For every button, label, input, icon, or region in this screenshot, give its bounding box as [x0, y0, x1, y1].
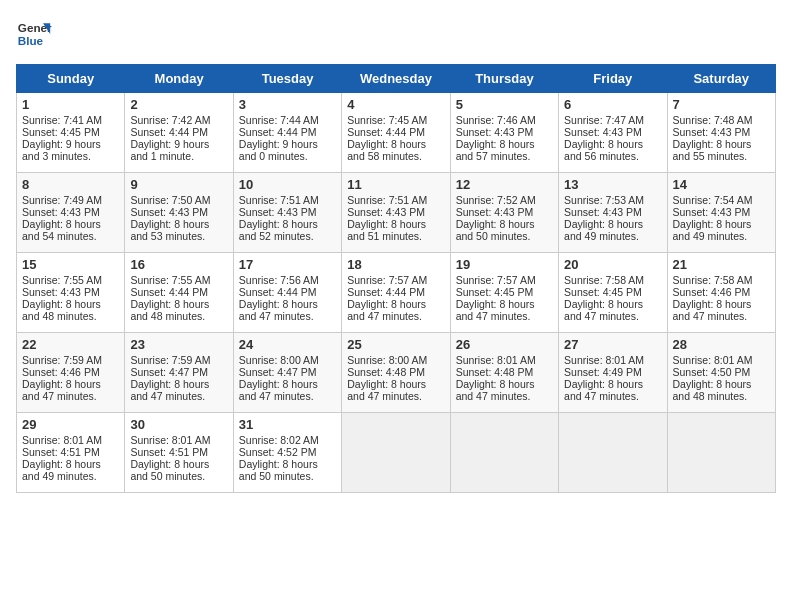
day-number: 30	[130, 417, 227, 432]
day-number: 24	[239, 337, 336, 352]
calendar-day-cell: 10Sunrise: 7:51 AMSunset: 4:43 PMDayligh…	[233, 173, 341, 253]
day-header-friday: Friday	[559, 65, 667, 93]
calendar-day-cell: 14Sunrise: 7:54 AMSunset: 4:43 PMDayligh…	[667, 173, 775, 253]
calendar-day-cell: 18Sunrise: 7:57 AMSunset: 4:44 PMDayligh…	[342, 253, 450, 333]
calendar-day-cell	[559, 413, 667, 493]
day-number: 12	[456, 177, 553, 192]
day-number: 7	[673, 97, 770, 112]
day-number: 17	[239, 257, 336, 272]
calendar-day-cell: 3Sunrise: 7:44 AMSunset: 4:44 PMDaylight…	[233, 93, 341, 173]
day-number: 31	[239, 417, 336, 432]
day-number: 10	[239, 177, 336, 192]
day-number: 16	[130, 257, 227, 272]
calendar-day-cell: 5Sunrise: 7:46 AMSunset: 4:43 PMDaylight…	[450, 93, 558, 173]
calendar-day-cell: 6Sunrise: 7:47 AMSunset: 4:43 PMDaylight…	[559, 93, 667, 173]
day-number: 21	[673, 257, 770, 272]
calendar-week-row: 15Sunrise: 7:55 AMSunset: 4:43 PMDayligh…	[17, 253, 776, 333]
day-number: 27	[564, 337, 661, 352]
calendar-header-row: SundayMondayTuesdayWednesdayThursdayFrid…	[17, 65, 776, 93]
day-header-saturday: Saturday	[667, 65, 775, 93]
day-header-sunday: Sunday	[17, 65, 125, 93]
calendar-day-cell: 7Sunrise: 7:48 AMSunset: 4:43 PMDaylight…	[667, 93, 775, 173]
day-number: 3	[239, 97, 336, 112]
calendar-day-cell: 25Sunrise: 8:00 AMSunset: 4:48 PMDayligh…	[342, 333, 450, 413]
calendar-day-cell: 28Sunrise: 8:01 AMSunset: 4:50 PMDayligh…	[667, 333, 775, 413]
day-number: 13	[564, 177, 661, 192]
calendar-day-cell: 26Sunrise: 8:01 AMSunset: 4:48 PMDayligh…	[450, 333, 558, 413]
day-number: 9	[130, 177, 227, 192]
day-number: 4	[347, 97, 444, 112]
calendar-day-cell: 12Sunrise: 7:52 AMSunset: 4:43 PMDayligh…	[450, 173, 558, 253]
calendar-week-row: 22Sunrise: 7:59 AMSunset: 4:46 PMDayligh…	[17, 333, 776, 413]
calendar-day-cell: 19Sunrise: 7:57 AMSunset: 4:45 PMDayligh…	[450, 253, 558, 333]
day-number: 11	[347, 177, 444, 192]
calendar-week-row: 29Sunrise: 8:01 AMSunset: 4:51 PMDayligh…	[17, 413, 776, 493]
day-header-wednesday: Wednesday	[342, 65, 450, 93]
calendar-day-cell: 22Sunrise: 7:59 AMSunset: 4:46 PMDayligh…	[17, 333, 125, 413]
svg-text:Blue: Blue	[18, 34, 44, 47]
day-number: 20	[564, 257, 661, 272]
calendar-table: SundayMondayTuesdayWednesdayThursdayFrid…	[16, 64, 776, 493]
logo: General Blue	[16, 16, 52, 52]
day-number: 29	[22, 417, 119, 432]
day-number: 18	[347, 257, 444, 272]
day-number: 23	[130, 337, 227, 352]
day-number: 2	[130, 97, 227, 112]
calendar-day-cell	[667, 413, 775, 493]
day-number: 8	[22, 177, 119, 192]
calendar-day-cell: 23Sunrise: 7:59 AMSunset: 4:47 PMDayligh…	[125, 333, 233, 413]
day-header-tuesday: Tuesday	[233, 65, 341, 93]
calendar-day-cell: 21Sunrise: 7:58 AMSunset: 4:46 PMDayligh…	[667, 253, 775, 333]
calendar-day-cell: 13Sunrise: 7:53 AMSunset: 4:43 PMDayligh…	[559, 173, 667, 253]
day-number: 26	[456, 337, 553, 352]
calendar-week-row: 8Sunrise: 7:49 AMSunset: 4:43 PMDaylight…	[17, 173, 776, 253]
day-number: 1	[22, 97, 119, 112]
day-number: 19	[456, 257, 553, 272]
calendar-day-cell	[342, 413, 450, 493]
calendar-day-cell: 2Sunrise: 7:42 AMSunset: 4:44 PMDaylight…	[125, 93, 233, 173]
day-number: 6	[564, 97, 661, 112]
calendar-day-cell: 15Sunrise: 7:55 AMSunset: 4:43 PMDayligh…	[17, 253, 125, 333]
day-number: 22	[22, 337, 119, 352]
day-header-thursday: Thursday	[450, 65, 558, 93]
day-number: 28	[673, 337, 770, 352]
calendar-day-cell: 4Sunrise: 7:45 AMSunset: 4:44 PMDaylight…	[342, 93, 450, 173]
calendar-day-cell: 9Sunrise: 7:50 AMSunset: 4:43 PMDaylight…	[125, 173, 233, 253]
calendar-day-cell	[450, 413, 558, 493]
calendar-day-cell: 11Sunrise: 7:51 AMSunset: 4:43 PMDayligh…	[342, 173, 450, 253]
calendar-day-cell: 20Sunrise: 7:58 AMSunset: 4:45 PMDayligh…	[559, 253, 667, 333]
calendar-week-row: 1Sunrise: 7:41 AMSunset: 4:45 PMDaylight…	[17, 93, 776, 173]
calendar-day-cell: 27Sunrise: 8:01 AMSunset: 4:49 PMDayligh…	[559, 333, 667, 413]
day-number: 25	[347, 337, 444, 352]
calendar-day-cell: 30Sunrise: 8:01 AMSunset: 4:51 PMDayligh…	[125, 413, 233, 493]
calendar-day-cell: 17Sunrise: 7:56 AMSunset: 4:44 PMDayligh…	[233, 253, 341, 333]
page-header: General Blue	[16, 16, 776, 52]
calendar-day-cell: 16Sunrise: 7:55 AMSunset: 4:44 PMDayligh…	[125, 253, 233, 333]
calendar-day-cell: 31Sunrise: 8:02 AMSunset: 4:52 PMDayligh…	[233, 413, 341, 493]
calendar-day-cell: 1Sunrise: 7:41 AMSunset: 4:45 PMDaylight…	[17, 93, 125, 173]
calendar-day-cell: 8Sunrise: 7:49 AMSunset: 4:43 PMDaylight…	[17, 173, 125, 253]
day-number: 5	[456, 97, 553, 112]
day-number: 14	[673, 177, 770, 192]
day-header-monday: Monday	[125, 65, 233, 93]
calendar-day-cell: 29Sunrise: 8:01 AMSunset: 4:51 PMDayligh…	[17, 413, 125, 493]
day-number: 15	[22, 257, 119, 272]
calendar-day-cell: 24Sunrise: 8:00 AMSunset: 4:47 PMDayligh…	[233, 333, 341, 413]
logo-icon: General Blue	[16, 16, 52, 52]
